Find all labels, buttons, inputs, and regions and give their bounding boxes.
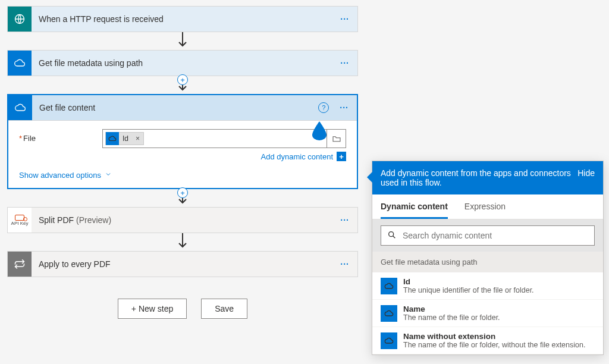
step-apply-to-each: Apply to every PDF ··· xyxy=(7,251,358,277)
new-step-button[interactable]: + New step xyxy=(118,299,187,319)
step-header[interactable]: Apply to every PDF ··· xyxy=(8,252,357,277)
step-menu-button[interactable]: ··· xyxy=(332,215,357,225)
dc-item-name[interactable]: NameThe name of the file or folder. xyxy=(372,300,603,327)
panel-group-header: Get file metadata using path xyxy=(372,252,603,272)
field-anchor-icon xyxy=(311,120,328,140)
step-title: Get file content xyxy=(32,103,318,112)
cloud-icon xyxy=(8,51,32,76)
tab-expression[interactable]: Expression xyxy=(464,194,506,219)
step-title: Split PDF (Preview) xyxy=(32,215,332,225)
step-get-file-content: Get file content ? ··· *File Id xyxy=(7,94,358,189)
panel-search[interactable] xyxy=(381,225,595,246)
step-menu-button[interactable]: ··· xyxy=(332,259,357,269)
panel-header: Add dynamic content from the apps and co… xyxy=(372,161,603,194)
search-icon xyxy=(387,230,397,241)
tab-dynamic-content[interactable]: Dynamic content xyxy=(381,194,448,219)
loop-icon xyxy=(8,252,32,277)
step-menu-button[interactable]: ··· xyxy=(331,103,357,112)
step-title: Apply to every PDF xyxy=(32,259,332,269)
dynamic-content-panel: Add dynamic content from the apps and co… xyxy=(372,161,604,355)
add-dynamic-content-link[interactable]: Add dynamic content + xyxy=(102,152,346,161)
step-body: *File Id × xyxy=(8,120,357,188)
cloud-icon xyxy=(106,132,119,145)
chevron-down-icon xyxy=(105,171,112,180)
file-input[interactable]: Id × xyxy=(102,129,327,148)
step-menu-button[interactable]: ··· xyxy=(332,14,357,24)
cloud-icon xyxy=(381,278,397,294)
step-title: When a HTTP request is received xyxy=(32,14,332,24)
save-button[interactable]: Save xyxy=(201,299,247,319)
step-menu-button[interactable]: ··· xyxy=(332,58,357,68)
dc-item-id[interactable]: IdThe unique identifier of the file or f… xyxy=(372,272,603,300)
cloud-icon xyxy=(8,95,32,120)
search-input[interactable] xyxy=(403,231,588,240)
cloud-icon xyxy=(381,305,397,322)
api-key-icon: API Key xyxy=(8,208,32,233)
token-label: Id xyxy=(119,134,132,143)
dynamic-token-id[interactable]: Id × xyxy=(105,132,144,145)
add-step-inline-button[interactable]: + xyxy=(177,187,188,198)
connector-arrow: + xyxy=(7,189,358,207)
dc-item-name-no-ext[interactable]: Name without extensionThe name of the fi… xyxy=(372,327,603,354)
globe-icon xyxy=(8,7,32,32)
connector-arrow xyxy=(7,32,358,50)
step-http-request: When a HTTP request is received ··· xyxy=(7,6,358,32)
svg-point-5 xyxy=(389,231,394,236)
cloud-icon xyxy=(381,332,397,349)
connector-arrow xyxy=(7,233,358,251)
step-header[interactable]: When a HTTP request is received ··· xyxy=(8,7,357,32)
panel-tabs: Dynamic content Expression xyxy=(372,194,603,219)
step-header[interactable]: Get file content ? ··· xyxy=(8,95,357,120)
step-header[interactable]: API Key Split PDF (Preview) ··· xyxy=(8,208,357,233)
svg-line-6 xyxy=(393,236,395,238)
add-step-inline-button[interactable]: + xyxy=(177,74,188,85)
token-remove-button[interactable]: × xyxy=(132,134,143,143)
connector-arrow: + xyxy=(7,76,358,94)
panel-hide-button[interactable]: Hide xyxy=(577,168,595,178)
plus-icon: + xyxy=(337,152,346,161)
step-split-pdf: API Key Split PDF (Preview) ··· xyxy=(7,207,358,233)
help-icon[interactable]: ? xyxy=(318,102,329,113)
panel-prompt: Add dynamic content from the apps and co… xyxy=(381,168,572,187)
panel-results[interactable]: Get file metadata using path IdThe uniqu… xyxy=(372,252,603,354)
field-label: *File xyxy=(19,129,102,143)
show-advanced-options-link[interactable]: Show advanced options xyxy=(19,171,346,180)
folder-picker-button[interactable] xyxy=(327,129,346,148)
step-get-file-metadata: Get file metadata using path ··· xyxy=(7,50,358,76)
step-header[interactable]: Get file metadata using path ··· xyxy=(8,51,357,76)
step-title: Get file metadata using path xyxy=(32,58,332,68)
